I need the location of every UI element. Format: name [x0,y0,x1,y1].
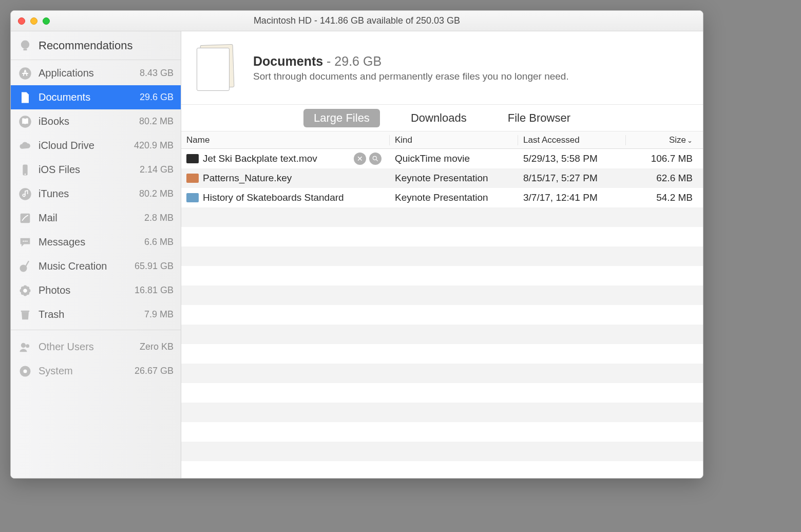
sidebar-item-documents[interactable]: Documents29.6 GB [11,85,181,109]
view-tabs: Large FilesDownloadsFile Browser [181,105,703,131]
book-icon [18,115,32,129]
category-subtitle: Sort through documents and permanently e… [253,71,569,82]
sidebar-item-size: 6.6 MB [144,237,174,248]
sidebar-item-ibooks[interactable]: iBooks80.2 MB [11,109,181,134]
titlebar: Macintosh HD - 141.86 GB available of 25… [11,11,703,31]
svg-rect-12 [25,260,29,267]
sidebar-item-size: 7.9 MB [144,309,174,320]
table-header: Name Kind Last Accessed Size⌄ [181,131,703,149]
category-size: 29.6 GB [334,54,382,68]
file-kind: Keynote Presentation [390,173,518,184]
svg-point-23 [21,343,26,347]
file-row [181,286,703,305]
file-row [181,461,703,478]
file-row [181,364,703,383]
svg-point-21 [24,289,27,292]
sidebar-item-label: Recommendations [39,39,174,52]
sidebar-item-applications[interactable]: Applications8.43 GB [11,61,181,85]
file-row [181,207,703,227]
sidebar-item-mail[interactable]: Mail2.8 MB [11,206,181,230]
file-row [181,442,703,461]
sidebar-item-system[interactable]: System26.67 GB [11,359,181,383]
svg-point-9 [25,240,26,241]
file-row [181,422,703,442]
sort-descending-icon: ⌄ [687,137,693,144]
sidebar-item-size: 420.9 MB [134,140,174,151]
cloud-icon [18,139,32,153]
column-header-name[interactable]: Name [181,135,390,145]
sidebar-item-size: 65.91 GB [135,261,174,272]
sidebar-item-label: iTunes [39,188,133,200]
file-row [181,383,703,403]
sidebar-item-photos[interactable]: Photos16.81 GB [11,278,181,302]
sidebar-item-label: System [39,365,128,377]
column-header-size[interactable]: Size⌄ [626,135,703,145]
main-content: Documents - 29.6 GB Sort through documen… [181,31,703,478]
tab-file-browser[interactable]: File Browser [498,109,581,127]
sidebar-item-label: Messages [39,236,138,248]
column-header-kind[interactable]: Kind [390,135,518,145]
svg-point-0 [21,40,29,48]
sidebar-item-size: 29.6 GB [140,92,174,103]
file-row [181,403,703,422]
delete-file-button[interactable]: ✕ [354,153,366,165]
iphone-icon [18,163,32,177]
file-kind: QuickTime movie [390,153,518,164]
trash-icon [18,308,32,322]
document-icon [18,90,32,105]
sidebar-item-label: Documents [39,91,134,103]
sidebar-item-recommendations[interactable]: Recommendations [11,31,181,60]
file-size: 54.2 MB [626,192,703,203]
sidebar-item-label: Music Creation [39,260,128,272]
users-icon [18,340,32,354]
sidebar-item-label: iCloud Drive [39,140,128,151]
file-row[interactable]: Patterns_Nature.keyKeynote Presentation8… [181,168,703,188]
window-title: Macintosh HD - 141.86 GB available of 25… [11,15,703,26]
guitar-icon [18,259,32,274]
tab-large-files[interactable]: Large Files [303,109,380,127]
svg-point-26 [24,369,27,373]
file-size: 106.7 MB [626,153,703,164]
sidebar-item-itunes[interactable]: iTunes80.2 MB [11,182,181,206]
file-row[interactable]: History of Skateboards StandardKeynote P… [181,188,703,207]
bubble-icon [18,235,32,250]
sidebar-item-ios-files[interactable]: iOS Files2.14 GB [11,158,181,182]
sidebar-item-size: 8.43 GB [140,68,174,79]
column-header-date[interactable]: Last Accessed [518,135,626,145]
category-title: Documents [253,54,323,68]
file-row [181,305,703,325]
svg-rect-22 [21,310,29,311]
sidebar-item-messages[interactable]: Messages6.6 MB [11,230,181,254]
file-name: Patterns_Nature.key [203,173,292,184]
storage-management-window: Macintosh HD - 141.86 GB available of 25… [10,10,703,479]
sidebar-item-trash[interactable]: Trash7.9 MB [11,302,181,327]
sidebar-item-size: 2.8 MB [144,213,174,223]
sidebar-item-size: 16.81 GB [135,285,174,296]
file-name: History of Skateboards Standard [203,192,344,203]
sidebar-item-music-creation[interactable]: Music Creation65.91 GB [11,254,181,278]
sidebar-item-label: Trash [39,309,138,320]
reveal-file-button[interactable] [369,153,382,165]
flower-icon [18,283,32,298]
sidebar-item-icloud-drive[interactable]: iCloud Drive420.9 MB [11,134,181,158]
svg-point-8 [23,240,24,241]
sidebar-item-other-users[interactable]: Other UsersZero KB [11,335,181,359]
gear-icon [18,364,32,378]
file-thumbnail-icon [186,193,199,202]
file-last-accessed: 3/7/17, 12:41 PM [518,192,626,203]
file-table-body: Jet Ski Backplate text.mov✕QuickTime mov… [181,149,703,478]
sidebar-item-size: Zero KB [140,341,174,352]
svg-point-5 [25,174,26,175]
file-last-accessed: 5/29/13, 5:58 PM [518,153,626,164]
file-name: Jet Ski Backplate text.mov [203,153,317,164]
sidebar-item-size: 26.67 GB [135,366,174,376]
svg-point-24 [26,344,29,348]
file-thumbnail-icon [186,174,199,183]
sidebar-item-label: iBooks [39,116,133,127]
file-row[interactable]: Jet Ski Backplate text.mov✕QuickTime mov… [181,149,703,168]
tab-downloads[interactable]: Downloads [400,109,477,127]
sidebar-item-label: Photos [39,284,128,296]
lightbulb-icon [18,39,32,53]
file-size: 62.6 MB [626,173,703,184]
svg-line-28 [376,160,378,161]
